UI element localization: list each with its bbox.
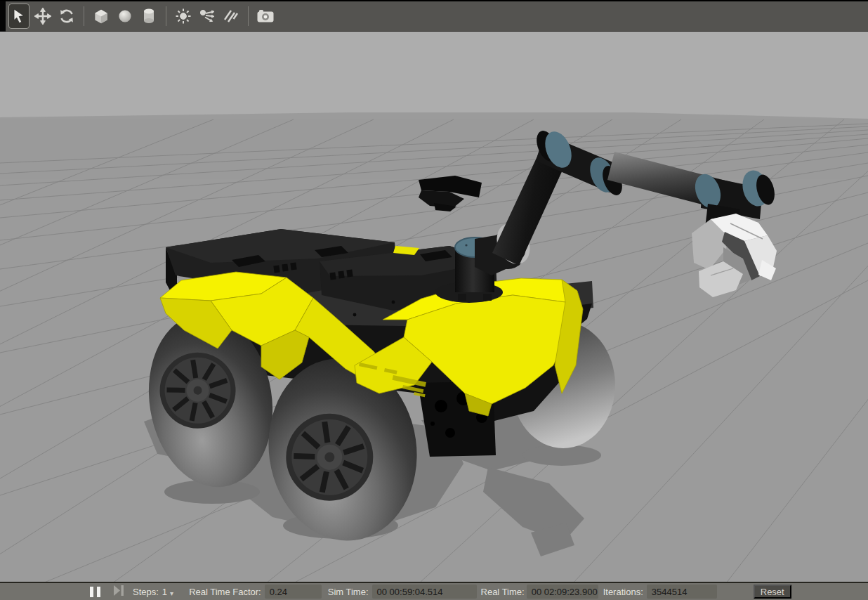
point-light-button[interactable]	[173, 4, 194, 29]
insert-cylinder-button[interactable]	[138, 4, 159, 29]
pause-button[interactable]	[90, 587, 100, 597]
pause-icon	[90, 587, 93, 597]
toolbar-separator	[248, 6, 249, 26]
pause-icon	[97, 587, 100, 597]
gazebo-3d-viewport[interactable]	[0, 32, 868, 582]
move-arrows-icon	[34, 8, 51, 25]
rotate-tool-button[interactable]	[56, 4, 77, 29]
box-shape-icon	[92, 7, 110, 25]
step-forward-icon	[113, 585, 124, 598]
iterations-label: Iterations:	[603, 587, 643, 597]
steps-value[interactable]: 1	[162, 587, 167, 597]
rotate-arrows-icon	[58, 8, 75, 25]
cursor-arrow-icon	[11, 8, 27, 25]
sun-icon	[175, 8, 192, 25]
directional-light-button[interactable]	[221, 4, 242, 29]
steps-control[interactable]: Steps: 1 ▾	[133, 587, 173, 597]
iterations-value: 3544514	[652, 587, 688, 597]
main-toolbar	[0, 0, 868, 32]
toolbar-separator	[166, 6, 166, 26]
camera-icon	[256, 8, 275, 25]
translate-tool-button[interactable]	[32, 4, 53, 29]
spot-light-button[interactable]	[197, 4, 218, 29]
toolbar-separator	[84, 6, 84, 26]
rtf-label: Real Time Factor:	[189, 587, 261, 597]
spot-light-icon	[198, 8, 216, 25]
rtf-value: 0.24	[270, 587, 287, 597]
rtf-value-box: 0.24	[265, 585, 322, 599]
sphere-shape-icon	[117, 8, 133, 25]
sim-time-label: Sim Time:	[328, 587, 369, 597]
window-edge	[0, 1, 6, 32]
real-time-label: Real Time:	[481, 587, 525, 597]
insert-box-button[interactable]	[91, 4, 112, 29]
cylinder-shape-icon	[140, 7, 157, 25]
real-time-value: 00 02:09:23.900	[532, 587, 598, 597]
steps-label: Steps:	[133, 587, 159, 597]
real-time-value-box: 00 02:09:23.900	[527, 585, 598, 599]
simulation-statusbar: Steps: 1 ▾ Real Time Factor: 0.24 Sim Ti…	[0, 582, 868, 600]
chevron-down-icon[interactable]: ▾	[170, 589, 173, 597]
sim-time-value: 00 00:59:04.514	[377, 587, 443, 597]
reset-button[interactable]: Reset	[754, 585, 791, 599]
select-tool-button[interactable]	[8, 4, 29, 29]
iterations-value-box: 3544514	[647, 585, 717, 599]
insert-sphere-button[interactable]	[114, 4, 136, 29]
directional-light-icon	[222, 8, 240, 25]
sim-time-value-box: 00 00:59:04.514	[372, 585, 477, 599]
screenshot-button[interactable]	[255, 4, 276, 29]
step-button[interactable]	[113, 585, 124, 598]
